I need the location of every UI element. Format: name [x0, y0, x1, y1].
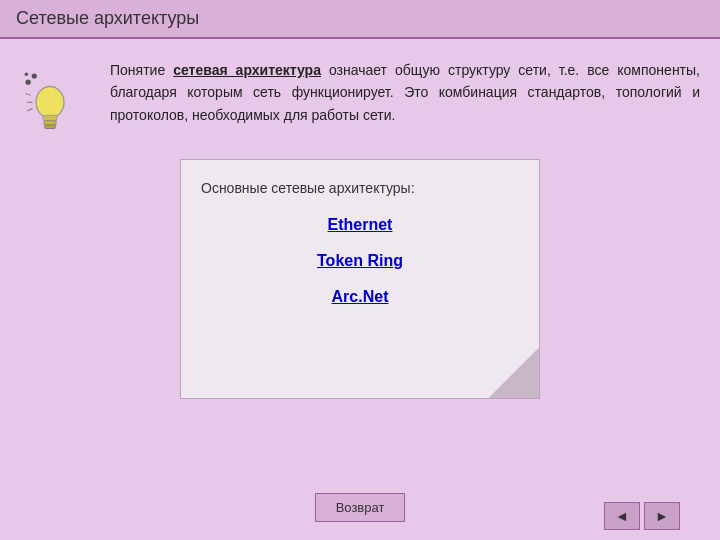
svg-point-2: [25, 73, 29, 77]
svg-rect-4: [43, 115, 57, 120]
svg-rect-5: [44, 121, 56, 125]
intro-text-before: Понятие: [110, 62, 173, 78]
box-subtitle: Основные сетевые архитектуры:: [201, 180, 519, 196]
nav-buttons: ◄ ►: [604, 502, 680, 530]
lightbulb-area: [20, 59, 100, 139]
ethernet-link[interactable]: Ethernet: [201, 216, 519, 234]
prev-button[interactable]: ◄: [604, 502, 640, 530]
back-button[interactable]: Возврат: [315, 493, 406, 522]
intro-bold: сетевая архитектура: [173, 62, 321, 78]
lightbulb-icon: [20, 69, 80, 139]
svg-line-9: [27, 108, 32, 111]
intro-text: Понятие сетевая архитектура означает общ…: [110, 59, 700, 139]
token-ring-link[interactable]: Token Ring: [201, 252, 519, 270]
page-title: Сетевые архитектуры: [16, 8, 199, 28]
svg-point-0: [26, 80, 31, 85]
svg-rect-6: [45, 125, 56, 129]
svg-line-7: [26, 94, 31, 96]
header: Сетевые архитектуры: [0, 0, 720, 39]
next-button[interactable]: ►: [644, 502, 680, 530]
architectures-box: Основные сетевые архитектуры: Ethernet T…: [180, 159, 540, 399]
svg-point-1: [32, 73, 37, 78]
svg-point-3: [36, 87, 64, 119]
arcnet-link[interactable]: Arc.Net: [201, 288, 519, 306]
